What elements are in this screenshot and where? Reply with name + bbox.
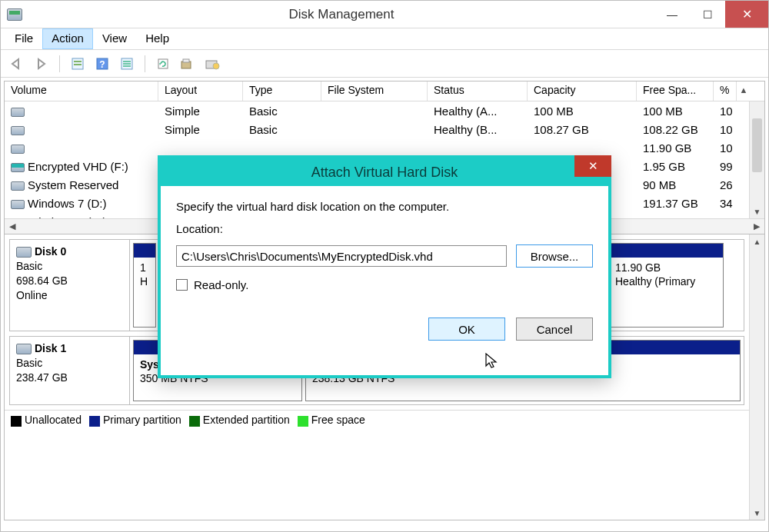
dialog-title: Attach Virtual Hard Disk [311,165,458,181]
table-row[interactable]: SimpleBasicHealthy (B...108.27 GB108.22 … [5,120,764,138]
svg-text:?: ? [99,59,105,70]
menu-help[interactable]: Help [136,28,178,49]
legend-extended-swatch [189,416,200,427]
dialog-titlebar: Attach Virtual Hard Disk ✕ [161,158,608,186]
legend-unallocated-swatch [11,416,22,427]
readonly-label: Read-only. [194,278,248,291]
browse-button[interactable]: Browse... [516,244,593,268]
svg-rect-2 [74,64,82,65]
readonly-checkbox[interactable] [176,279,188,291]
disk-name: Disk 0 [35,245,66,258]
location-input[interactable] [176,245,507,267]
titlebar: Disk Management — ☐ ✕ [1,1,768,28]
svg-point-10 [213,63,219,69]
scroll-up-icon[interactable]: ▲ [737,81,751,101]
location-label: Location: [176,222,593,235]
scroll-down-icon[interactable]: ▼ [750,506,764,520]
col-type[interactable]: Type [243,81,321,101]
toolbar: ? [1,50,768,78]
col-layout[interactable]: Layout [158,81,243,101]
col-filesystem[interactable]: File System [321,81,428,101]
disk-icon [16,247,32,258]
col-percent[interactable]: % [714,81,737,101]
col-freespace[interactable]: Free Spa... [637,81,714,101]
list-icon[interactable] [117,54,137,74]
disk-size: 238.47 GB [16,371,68,384]
statusbar [1,524,768,531]
disk-name: Disk 1 [35,342,66,354]
back-icon[interactable] [7,54,27,74]
scroll-left-icon[interactable]: ◀ [6,221,18,233]
disk-size: 698.64 GB [16,274,68,287]
menu-action[interactable]: Action [42,28,93,49]
table-row[interactable]: SimpleBasicHealthy (A...100 MB100 MB10 [5,101,764,120]
attach-vhd-dialog: Attach Virtual Hard Disk ✕ Specify the v… [158,155,611,378]
menu-file[interactable]: File [5,28,42,49]
disk-status: Online [16,289,47,301]
partition[interactable]: 11.90 GB Healthy (Primary [608,243,724,328]
disk-type: Basic [16,357,42,369]
scroll-up-icon[interactable] [750,101,764,115]
maximize-button[interactable]: ☐ [690,1,725,28]
dialog-prompt: Specify the virtual hard disk location o… [176,200,593,213]
legend: Unallocated Primary partition Extended p… [5,410,749,430]
scroll-thumb[interactable] [752,118,762,172]
scroll-right-icon[interactable]: ▶ [751,221,763,233]
ok-button[interactable]: OK [428,318,505,341]
minimize-button[interactable]: — [654,1,690,28]
scroll-down-icon[interactable]: ▼ [750,204,764,218]
window-title: Disk Management [28,7,654,22]
partition[interactable]: 1 H [133,243,156,328]
scroll-up-icon[interactable]: ▲ [750,234,764,248]
refresh-icon[interactable] [153,54,173,74]
vertical-scrollbar[interactable]: ▼ [749,101,764,218]
col-status[interactable]: Status [428,81,528,101]
legend-primary-swatch [89,416,100,427]
settings-icon[interactable] [202,54,222,74]
col-volume[interactable]: Volume [5,81,158,101]
close-button[interactable]: ✕ [725,1,768,28]
vertical-scrollbar[interactable]: ▲ ▼ [749,234,764,520]
disk-type: Basic [16,260,42,272]
menubar: File Action View Help [1,28,768,50]
forward-icon[interactable] [32,54,52,74]
app-icon [7,8,22,21]
svg-rect-8 [183,59,189,62]
rescan-icon[interactable] [178,54,198,74]
legend-freespace-swatch [298,416,308,427]
menu-view[interactable]: View [93,28,136,49]
help-icon[interactable]: ? [92,54,112,74]
table-row[interactable]: 11.90 GB10 [5,138,764,157]
disk-icon [16,344,32,354]
disk-info: Disk 1 Basic 238.47 GB [10,337,130,404]
dialog-close-button[interactable]: ✕ [574,155,611,177]
props-icon[interactable] [68,54,88,74]
disk-info: Disk 0 Basic 698.64 GB Online [10,240,130,331]
cancel-button[interactable]: Cancel [516,318,593,341]
volume-table-header: Volume Layout Type File System Status Ca… [5,81,764,101]
col-capacity[interactable]: Capacity [528,81,637,101]
svg-rect-1 [74,61,82,62]
